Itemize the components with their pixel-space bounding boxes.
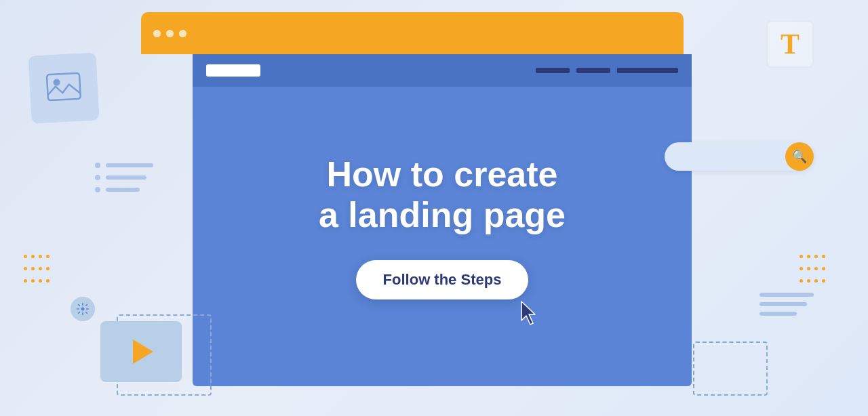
list-line-2: [106, 175, 146, 180]
browser-dot-2: [166, 30, 174, 37]
play-icon: [133, 339, 153, 364]
image-placeholder-card: [28, 52, 99, 123]
list-card: [95, 163, 153, 199]
browser-topbar: [141, 12, 684, 54]
image-icon: [45, 72, 82, 105]
right-decorative-lines: [760, 293, 814, 321]
list-dot-1: [95, 163, 100, 168]
search-icon: 🔍: [792, 149, 807, 164]
nav-rect-2: [576, 68, 610, 73]
dot-grid-left: [22, 251, 52, 287]
svg-point-2: [81, 308, 85, 311]
dashed-box-right: [693, 341, 768, 396]
right-line-2: [760, 302, 807, 306]
cta-button[interactable]: Follow the Steps: [356, 260, 529, 299]
right-line-3: [760, 312, 797, 316]
search-button[interactable]: 🔍: [785, 142, 814, 171]
browser-dot-1: [153, 30, 161, 37]
list-line-3: [106, 188, 140, 192]
list-dot-3: [95, 187, 100, 192]
svg-rect-0: [47, 73, 81, 100]
gear-icon: [71, 297, 95, 321]
t-letter: T: [781, 28, 800, 60]
video-thumbnail[interactable]: [100, 321, 182, 382]
nav-rect-1: [536, 68, 570, 73]
svg-point-1: [53, 79, 60, 86]
browser-content: How to create a landing page Follow the …: [193, 54, 692, 386]
browser-dot-3: [179, 30, 186, 37]
dot-grid-right: [797, 251, 827, 287]
url-bar-rect: [206, 64, 260, 77]
list-dot-2: [95, 175, 100, 180]
right-line-1: [760, 293, 814, 297]
typography-icon: T: [766, 20, 814, 68]
search-bar[interactable]: 🔍: [665, 142, 814, 171]
browser-inner-bar: [193, 54, 692, 87]
main-heading: How to create a landing page: [319, 154, 566, 236]
nav-rect-3: [617, 68, 678, 73]
nav-rects: [536, 68, 678, 73]
list-line-1: [106, 163, 153, 167]
cursor-icon: [519, 300, 540, 332]
